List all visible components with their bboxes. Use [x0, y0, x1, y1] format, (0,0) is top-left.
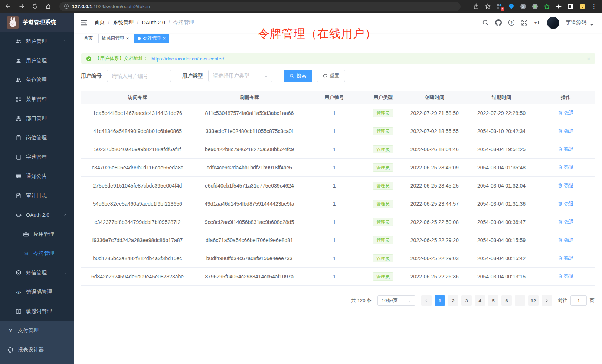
site-info-icon[interactable]: [64, 4, 69, 9]
sidebar-item-post[interactable]: 岗位管理: [0, 128, 74, 148]
user-type-cell: 管理员: [364, 127, 402, 135]
extension-grid-icon[interactable]: 9: [496, 3, 503, 10]
breadcrumb-item[interactable]: 系统管理: [113, 19, 134, 26]
star-extension-icon[interactable]: [544, 3, 550, 10]
forward-icon[interactable]: [19, 3, 24, 9]
user-type-label: 用户类型: [182, 73, 203, 79]
more-pages-button[interactable]: ···: [515, 295, 525, 306]
close-tab-icon[interactable]: ×: [126, 36, 129, 41]
force-logout-button[interactable]: 强退: [558, 182, 574, 189]
sidebar-item-error-code[interactable]: </>错误码管理: [0, 282, 74, 302]
page-button-12[interactable]: 12: [528, 295, 539, 306]
share-icon[interactable]: [473, 3, 479, 9]
user-type-tag: 管理员: [373, 236, 393, 244]
app-logo[interactable]: 芋道管理系统: [0, 13, 74, 32]
sidebar-item-label: 部门管理: [26, 115, 47, 122]
reset-button[interactable]: 重置: [317, 70, 345, 82]
force-logout-button[interactable]: 强退: [558, 237, 574, 244]
sidebar-extension-icon[interactable]: [567, 3, 574, 10]
sidebar-item-oauth2[interactable]: OAuth 2.0: [0, 205, 74, 225]
page-button-4[interactable]: 4: [475, 295, 485, 306]
page-button-3[interactable]: 3: [461, 295, 472, 306]
chevron-down-icon: [63, 193, 68, 199]
force-logout-button[interactable]: 强退: [558, 273, 574, 280]
sidebar-item-notice[interactable]: 通知公告: [0, 167, 74, 186]
address-bar[interactable]: 127.0.0.1:1024/system/oauth2/token: [59, 2, 461, 11]
doc-link[interactable]: https://doc.iocoder.cn/user-center/: [151, 56, 224, 62]
sidebar-item-sms[interactable]: 短信管理: [0, 263, 74, 282]
reload-icon[interactable]: [32, 3, 38, 9]
page-button-1[interactable]: 1: [435, 295, 445, 306]
force-logout-button[interactable]: 强退: [558, 219, 574, 225]
force-logout-button[interactable]: 强退: [558, 128, 574, 135]
command-extension-icon[interactable]: ⌘: [520, 3, 526, 10]
sidebar-item-report-designer[interactable]: 报表设计器: [0, 340, 74, 360]
force-logout-button[interactable]: 强退: [558, 164, 574, 171]
browser-menu-icon[interactable]: ⋮: [591, 3, 597, 10]
font-size-icon[interactable]: TT: [534, 19, 541, 26]
breadcrumb-item[interactable]: 首页: [94, 19, 105, 26]
yen-icon: ¥: [7, 328, 13, 334]
fullscreen-icon[interactable]: [521, 19, 528, 26]
svg-text:T: T: [537, 20, 540, 26]
sidebar-item-label: 审计日志: [26, 192, 47, 199]
tab-1[interactable]: 敏感词管理×: [98, 34, 132, 43]
user-type-cell: 管理员: [364, 254, 402, 262]
home-icon[interactable]: [45, 3, 51, 9]
alert-close-icon[interactable]: ×: [587, 56, 590, 62]
page-button-2[interactable]: 2: [448, 295, 458, 306]
refresh-token-cell: e6cfd40eb1f54571a31e775e039c4624: [194, 183, 305, 189]
sparkle-extension-icon[interactable]: [556, 3, 562, 10]
emoji-extension-icon[interactable]: [579, 3, 586, 10]
sidebar-item-tenant[interactable]: 租户管理: [0, 32, 74, 51]
next-page-button[interactable]: [542, 295, 552, 306]
goto-page-input[interactable]: [570, 295, 587, 306]
user-type-cell: 管理员: [364, 163, 402, 172]
github-icon[interactable]: [495, 19, 502, 26]
sidebar-item-menu[interactable]: 菜单管理: [0, 90, 74, 109]
caret-down-icon[interactable]: [590, 22, 594, 26]
sidebar-item-sensitive-word[interactable]: 敏感词管理: [0, 302, 74, 321]
help-icon[interactable]: ?: [508, 19, 515, 26]
user-type-tag: 管理员: [373, 127, 393, 135]
sidebar-item-oauth2-token[interactable]: (A)令牌管理: [0, 244, 74, 263]
prev-page-button[interactable]: [421, 295, 432, 306]
user-id-input[interactable]: [107, 70, 171, 82]
sidebar-item-dept[interactable]: 部门管理: [0, 109, 74, 128]
bookmark-star-icon[interactable]: [485, 3, 491, 9]
force-logout-button[interactable]: 强退: [558, 201, 574, 207]
record-extension-icon[interactable]: [532, 3, 538, 10]
page-size-select[interactable]: 10条/页: [377, 295, 415, 306]
tab-active-2[interactable]: 令牌管理×: [134, 34, 169, 43]
sidebar-toggle-icon[interactable]: [81, 19, 88, 26]
pager-pages: 123456···12: [421, 295, 552, 306]
tab-0[interactable]: 首页: [81, 34, 96, 43]
user-type-cell: 管理员: [364, 145, 402, 153]
sidebar-item-label: 岗位管理: [26, 135, 47, 141]
user-name[interactable]: 芋道源码: [566, 19, 586, 26]
gem-extension-icon[interactable]: [508, 3, 514, 10]
column-header: 用户类型: [364, 94, 402, 101]
search-icon[interactable]: [482, 19, 489, 26]
user-avatar[interactable]: [547, 17, 559, 29]
page-button-6[interactable]: 6: [501, 295, 512, 306]
force-logout-button[interactable]: 强退: [558, 110, 574, 116]
search-button[interactable]: 搜索: [284, 70, 312, 82]
filter-bar: 用户编号 用户类型 请选择用户类型 搜索: [81, 70, 595, 82]
menu-tree-icon: [16, 96, 22, 102]
sidebar-item-role[interactable]: 角色管理: [0, 70, 74, 90]
close-tab-icon[interactable]: ×: [163, 36, 166, 41]
sidebar-item-dict[interactable]: 字典管理: [0, 148, 74, 167]
expire-time-cell: 2054-03-04 00:13:15: [467, 274, 536, 279]
page-button-5[interactable]: 5: [488, 295, 498, 306]
force-logout-button[interactable]: 强退: [558, 146, 574, 153]
goto-page: 前往 页: [558, 295, 595, 306]
sidebar-item-oauth2-app[interactable]: 应用管理: [0, 225, 74, 244]
user-type-select[interactable]: 请选择用户类型: [208, 70, 272, 82]
back-icon[interactable]: [5, 3, 11, 9]
sidebar-item-audit-log[interactable]: 审计日志: [0, 186, 74, 205]
breadcrumb-item[interactable]: OAuth 2.0: [142, 20, 165, 26]
sidebar-item-user[interactable]: 用户管理: [0, 51, 74, 70]
sidebar-item-pay[interactable]: ¥支付管理: [0, 321, 74, 340]
force-logout-button[interactable]: 强退: [558, 255, 574, 262]
